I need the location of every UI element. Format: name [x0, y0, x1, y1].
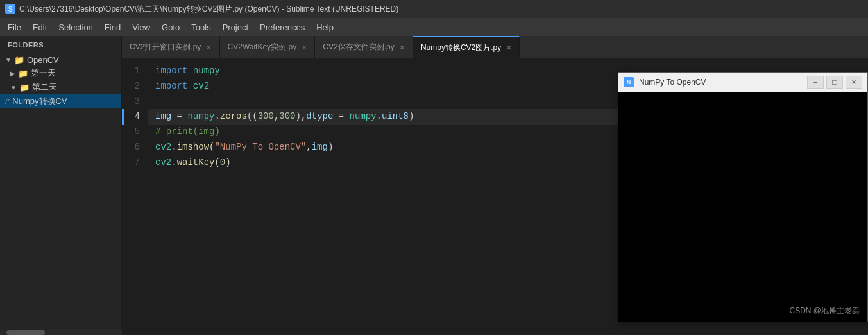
- ln-5: 5: [127, 125, 140, 140]
- title-bar: S C:\Users\27316\Desktop\OpenCV\第二天\Nump…: [0, 0, 868, 18]
- opencv-minimize-button[interactable]: −: [807, 76, 824, 89]
- ln-4: 4: [127, 109, 140, 125]
- token-waitkey: waitKey: [177, 155, 215, 171]
- folder-name-day2: 第二天: [32, 82, 57, 93]
- token-dot3: .: [171, 140, 176, 155]
- line-numbers: 1 2 3 4 5 6 7: [122, 58, 148, 335]
- sidebar-header: FOLDERS: [0, 36, 121, 54]
- token-space1: [187, 64, 192, 79]
- tab-0[interactable]: CV2打开窗口实例.py ×: [122, 36, 220, 58]
- menu-project[interactable]: Project: [217, 21, 253, 33]
- token-kw-import2: import: [155, 79, 187, 94]
- tab-3[interactable]: Numpy转换CV2图片.py ×: [413, 36, 520, 58]
- tab-label-3: Numpy转换CV2图片.py: [421, 42, 501, 53]
- token-mod-numpy1: numpy: [193, 64, 220, 79]
- opencv-window-controls: − □ ×: [807, 76, 862, 89]
- tab-label-1: CV2WaitKey实例.py: [228, 42, 297, 53]
- tab-close-0[interactable]: ×: [206, 43, 211, 52]
- title-text: C:\Users\27316\Desktop\OpenCV\第二天\Numpy转…: [19, 4, 398, 15]
- ln-3: 3: [127, 94, 140, 110]
- folder-icon: 📁: [14, 55, 24, 65]
- token-dot2: .: [377, 109, 382, 125]
- menu-selection[interactable]: Selection: [53, 21, 98, 33]
- tab-label-2: CV2保存文件实例.py: [323, 42, 394, 53]
- token-cv2a: cv2: [155, 140, 171, 155]
- token-img: img: [155, 109, 171, 125]
- opencv-titlebar: N NumPy To OpenCV − □ ×: [618, 73, 867, 92]
- token-eq2: =: [333, 109, 349, 125]
- opencv-window[interactable]: N NumPy To OpenCV − □ × CSDN @地摊主老卖: [618, 72, 868, 322]
- token-eq: =: [171, 109, 187, 125]
- arrow-icon-day2: ▼: [10, 84, 17, 91]
- sidebar-item-active-file[interactable]: /* Numpy转换CV: [0, 94, 121, 108]
- opencv-title-text: NumPy To OpenCV: [639, 78, 802, 87]
- tab-close-2[interactable]: ×: [400, 43, 405, 52]
- editor-wrapper: CV2打开窗口实例.py × CV2WaitKey实例.py × CV2保存文件…: [122, 36, 868, 335]
- main-layout: FOLDERS ▼ 📁 OpenCV ▶ 📁 第一天 ▼ 📁 第二天 /* Nu…: [0, 36, 868, 335]
- token-space2: [187, 79, 192, 94]
- token-0: 0: [220, 155, 225, 171]
- folder-name-day1: 第一天: [31, 67, 56, 79]
- tab-label-0: CV2打开窗口实例.py: [130, 42, 201, 53]
- menu-bar: File Edit Selection Find View Goto Tools…: [0, 18, 868, 36]
- token-paren5: ): [328, 140, 333, 155]
- sidebar-item-day2[interactable]: ▼ 📁 第二天: [0, 80, 121, 94]
- menu-goto[interactable]: Goto: [157, 21, 185, 33]
- sidebar-item-day1[interactable]: ▶ 📁 第一天: [0, 66, 121, 80]
- menu-preferences[interactable]: Preferences: [255, 21, 310, 33]
- token-comma2: ,: [306, 140, 311, 155]
- token-300a: 300: [258, 109, 274, 125]
- token-numpy3: numpy: [350, 109, 377, 125]
- tab-close-3[interactable]: ×: [506, 43, 511, 52]
- token-dtype: dtype: [306, 109, 333, 125]
- token-mod-cv2: cv2: [193, 79, 209, 94]
- token-300b: 300: [279, 109, 295, 125]
- token-str: "NumPy To OpenCV": [214, 140, 306, 155]
- token-paren2: ),: [296, 109, 307, 125]
- ln-6: 6: [127, 140, 140, 155]
- token-paren3: ): [409, 109, 414, 125]
- menu-edit[interactable]: Edit: [28, 21, 52, 33]
- tab-close-1[interactable]: ×: [302, 43, 307, 52]
- tab-bar: CV2打开窗口实例.py × CV2WaitKey实例.py × CV2保存文件…: [122, 36, 868, 58]
- token-imshow: imshow: [177, 140, 209, 155]
- file-name-numpy: Numpy转换CV: [12, 96, 67, 107]
- token-paren6: (: [214, 155, 219, 171]
- menu-help[interactable]: Help: [311, 21, 339, 33]
- token-uint8: uint8: [382, 109, 409, 125]
- opencv-maximize-button[interactable]: □: [826, 76, 843, 89]
- menu-tools[interactable]: Tools: [186, 21, 216, 33]
- menu-find[interactable]: Find: [99, 21, 126, 33]
- opencv-close-button[interactable]: ×: [846, 76, 862, 89]
- token-comma1: ,: [274, 109, 279, 125]
- token-zeros: zeros: [220, 109, 247, 125]
- menu-view[interactable]: View: [127, 21, 155, 33]
- ln-7: 7: [127, 155, 140, 171]
- sidebar: FOLDERS ▼ 📁 OpenCV ▶ 📁 第一天 ▼ 📁 第二天 /* Nu…: [0, 36, 122, 335]
- opencv-app-icon: N: [624, 77, 634, 87]
- token-paren4: (: [209, 140, 214, 155]
- ln-1: 1: [127, 64, 140, 79]
- tab-2[interactable]: CV2保存文件实例.py ×: [315, 36, 413, 58]
- arrow-icon: ▼: [5, 56, 12, 64]
- token-numpy2: numpy: [187, 109, 214, 125]
- arrow-icon-day1: ▶: [10, 70, 15, 77]
- token-kw-import1: import: [155, 64, 187, 79]
- sidebar-item-opencv[interactable]: ▼ 📁 OpenCV: [0, 54, 121, 66]
- file-icon-numpy: /*: [5, 98, 10, 105]
- token-comment: # print(img): [155, 125, 220, 140]
- tab-1[interactable]: CV2WaitKey实例.py ×: [220, 36, 316, 58]
- active-line-indicator: [122, 109, 124, 125]
- folder-icon-day1: 📁: [18, 69, 28, 78]
- token-cv2b: cv2: [155, 155, 171, 171]
- ln-2: 2: [127, 79, 140, 94]
- menu-file[interactable]: File: [3, 21, 26, 33]
- folder-icon-day2: 📁: [19, 83, 30, 92]
- folder-name-opencv: OpenCV: [27, 55, 59, 65]
- app-icon: S: [5, 4, 15, 14]
- token-paren7: ): [225, 155, 230, 171]
- token-dot1: .: [214, 109, 219, 125]
- token-dot4: .: [171, 155, 176, 171]
- opencv-canvas: [618, 92, 867, 322]
- token-paren1: ((: [247, 109, 258, 125]
